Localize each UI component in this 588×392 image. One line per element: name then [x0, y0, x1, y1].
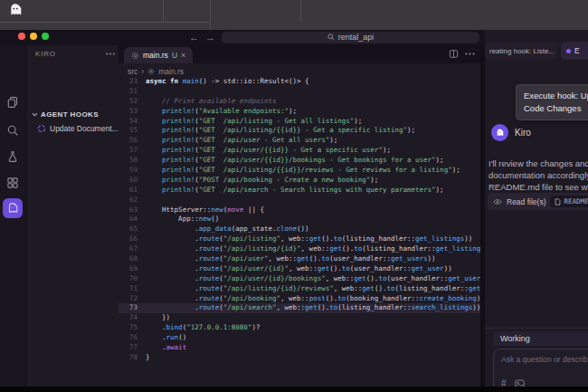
minimize-window-button[interactable] — [30, 33, 37, 40]
code-line[interactable]: 52 // Print available endpoints — [119, 97, 480, 107]
chat-input[interactable]: Ask a question or describe a # — [493, 349, 588, 392]
line-number: 62 — [119, 196, 146, 206]
chat-author: Kiro — [515, 128, 531, 138]
eye-icon — [493, 198, 502, 206]
extensions-grid-icon[interactable] — [6, 177, 19, 189]
code-area: 23async fn main() -> std::io::Result<()>… — [119, 77, 480, 363]
chat-tab-creating-hook[interactable]: reating hook: Liste... × — [485, 42, 557, 60]
command-search-bar[interactable]: rental_api — [222, 32, 479, 44]
git-status-badge: U — [172, 51, 177, 60]
line-number: 63 — [119, 206, 146, 215]
tooltip-line: Code Changes — [524, 102, 588, 115]
line-number: 55 — [119, 126, 146, 136]
code-line[interactable]: 69 .route("/api/user/{id}", web::get().t… — [119, 264, 480, 274]
code-line[interactable]: 64 App::new() — [119, 215, 480, 225]
kiro-avatar — [491, 124, 508, 141]
breadcrumb-folder[interactable]: src — [128, 67, 138, 76]
search-value: rental_api — [338, 33, 375, 42]
flask-icon[interactable] — [6, 150, 19, 163]
line-number: 78 — [119, 353, 146, 363]
code-line[interactable]: 77 .await — [119, 343, 480, 353]
strip-separator — [300, 0, 301, 22]
bottom-black-bar — [0, 387, 588, 392]
section-agent-hooks[interactable]: AGENT HOOKS — [26, 109, 119, 120]
tab-main-rs[interactable]: main.rs U × — [124, 47, 193, 63]
line-number: 57 — [119, 146, 146, 156]
close-tab-icon[interactable]: × — [181, 51, 185, 60]
chat-message-line: README.md file to see what — [488, 181, 588, 193]
code-line[interactable]: 59 println!("GET /api/listing/{{id}}/rev… — [119, 166, 480, 176]
line-number: 70 — [119, 274, 146, 284]
code-line[interactable]: 63 HttpServer::new(move || { — [119, 206, 480, 215]
line-number: 60 — [119, 176, 146, 186]
line-number: 23 — [119, 77, 146, 87]
code-line[interactable]: 76 .run() — [119, 333, 480, 343]
code-line[interactable]: 66 .route("/api/listing", web::get().to(… — [119, 234, 480, 244]
chat-tab-label: E — [574, 46, 580, 55]
line-number: 54 — [119, 117, 146, 127]
close-window-button[interactable] — [18, 33, 25, 40]
code-line[interactable]: 71 .route("/api/listing/{id}/reviews", w… — [119, 284, 480, 294]
code-line[interactable]: 57 println!("GET /api/user/{{id}} - Get … — [119, 146, 480, 156]
kiro-agent-tab-active[interactable] — [3, 198, 23, 218]
files-icon[interactable] — [6, 96, 19, 109]
editor-actions-ellipsis-icon[interactable] — [465, 53, 475, 55]
code-line[interactable]: 53 println!("Available endpoints:"); — [119, 107, 480, 117]
hook-item-update-document[interactable]: Update Document... — [26, 122, 119, 134]
code-line[interactable]: 65 .app_data(app_state.clone()) — [119, 225, 480, 234]
code-line[interactable]: 54 println!("GET /api/listing - Get all … — [119, 117, 480, 127]
code-line[interactable]: 60 println!("POST /api/booking - Create … — [119, 176, 480, 186]
line-number: 56 — [119, 136, 146, 146]
code-line[interactable]: 74 }) — [119, 313, 480, 323]
code-line[interactable]: 70 .route("/api/user/{id}/bookings", web… — [119, 274, 480, 284]
chat-message: I'll review the changes and updocumentat… — [488, 158, 588, 194]
code-line[interactable]: 72 .route("/api/booking", web::post().to… — [119, 294, 480, 304]
breadcrumb-file[interactable]: main.rs — [158, 67, 184, 76]
chat-tab-label: reating hook: Liste... — [489, 47, 555, 55]
breadcrumb[interactable]: src › main.rs — [128, 65, 184, 77]
tab-label: main.rs — [143, 51, 168, 60]
kiro-logo-icon[interactable] — [8, 3, 23, 18]
line-number: 75 — [119, 323, 146, 333]
code-line[interactable]: 51 — [119, 87, 480, 97]
kiro-chat-panel: reating hook: Liste... × E Execute hook:… — [485, 30, 588, 387]
strip-separator — [210, 0, 211, 30]
strip-divider — [0, 22, 209, 23]
sidebar-title: KIRO — [35, 50, 56, 58]
code-line[interactable]: 56 println!("GET /api/user - Get all use… — [119, 136, 480, 146]
forward-arrow-button[interactable]: → — [205, 30, 215, 44]
file-badge[interactable]: README. — [550, 196, 588, 207]
code-line[interactable]: 61 println!("GET /api/search - Search li… — [119, 186, 480, 196]
chat-tab-execute-hook[interactable]: E — [561, 42, 588, 60]
code-line[interactable]: 78} — [119, 353, 480, 363]
chat-message-line: documentation accordingly. I — [488, 169, 588, 181]
back-arrow-button[interactable]: ← — [189, 30, 199, 44]
section-label: AGENT HOOKS — [41, 110, 99, 119]
code-line[interactable]: 23async fn main() -> std::io::Result<()>… — [119, 77, 480, 87]
status-working[interactable]: Working — [493, 331, 588, 346]
split-editor-icon[interactable] — [449, 49, 459, 59]
sidebar-menu-ellipsis-icon[interactable] — [106, 53, 115, 55]
code-line[interactable]: 58 println!("GET /api/user/{{id}}/bookin… — [119, 156, 480, 166]
code-line[interactable]: 73 .route("/api/search", web::get().to(l… — [119, 303, 480, 313]
read-files-chip[interactable]: Read file(s) README. — [488, 193, 588, 210]
kiro-window: ← → rental_api — [0, 0, 588, 392]
code-line[interactable]: 68 .route("/api/user", web::get().to(use… — [119, 254, 480, 264]
code-line[interactable]: 55 println!("GET /api/listing/{{id}} - G… — [119, 126, 480, 136]
line-number: 66 — [119, 234, 146, 244]
chip-label: Read file(s) — [507, 197, 545, 206]
rust-gear-icon — [147, 68, 155, 75]
zoom-window-button[interactable] — [42, 33, 49, 40]
line-number: 74 — [119, 313, 146, 323]
activity-bar — [0, 45, 25, 387]
hook-item-label: Update Document... — [50, 124, 119, 133]
tooltip-line: Execute hook: Update — [524, 90, 588, 102]
top-strip — [0, 0, 588, 30]
code-line[interactable]: 75 .bind("127.0.0.1:8080")? — [119, 323, 480, 333]
search-sidebar-icon[interactable] — [6, 124, 19, 137]
hook-loop-icon — [37, 124, 46, 133]
line-number: 71 — [119, 284, 146, 294]
file-badge-label: README. — [564, 197, 588, 206]
code-line[interactable]: 67 .route("/api/listing/{id}", web::get(… — [119, 244, 480, 254]
code-line[interactable]: 62 — [119, 196, 480, 206]
